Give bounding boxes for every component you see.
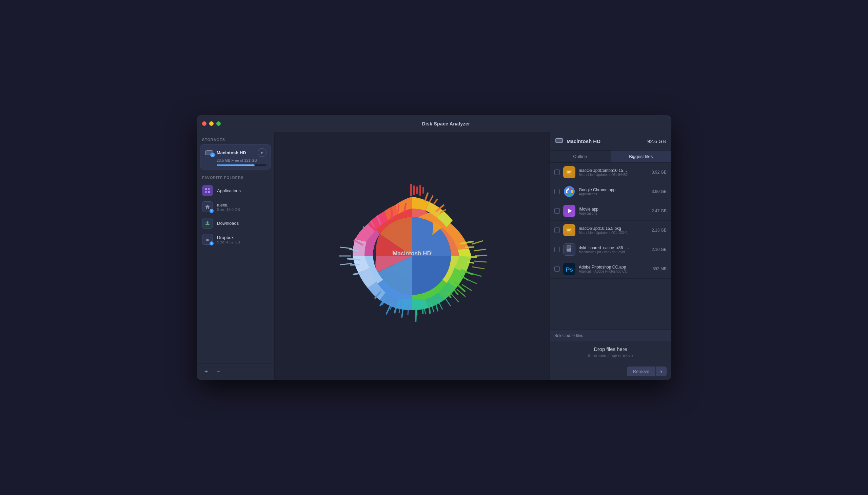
file-size-3: 2.13 GB — [652, 228, 667, 233]
svg-rect-15 — [429, 195, 434, 202]
svg-line-56 — [466, 279, 477, 284]
file-info-4: dyld_shared_cache_x86_… Macintosh › pri … — [579, 245, 648, 254]
file-icon-photoshop: Ps — [563, 263, 575, 275]
svg-line-53 — [474, 261, 487, 262]
drop-zone[interactable]: Drop files here to remove, copy or move — [550, 341, 671, 363]
file-item-0[interactable]: macOSUpdCombo10.15… Mac › Lib › Updates … — [550, 163, 671, 182]
sidebar-item-downloads[interactable]: Downloads — [197, 215, 274, 231]
right-panel-title-area: Macintosh HD — [555, 137, 600, 146]
right-panel-header: Macintosh HD 92.6 GB — [550, 132, 671, 151]
svg-line-54 — [472, 267, 484, 269]
file-info-3: macOSUpd10.15.5.pkg Mac › Lib › Updates … — [579, 226, 648, 235]
svg-rect-11 — [416, 186, 418, 194]
file-size-5: 892 MB — [653, 267, 667, 271]
svg-rect-2 — [206, 150, 212, 151]
right-panel: Macintosh HD 92.6 GB Outline Biggest fil… — [549, 132, 671, 380]
svg-rect-77 — [567, 171, 571, 172]
file-name-0: macOSUpdCombo10.15… — [579, 168, 648, 173]
file-checkbox-5[interactable] — [555, 266, 560, 272]
storages-label: Storages — [197, 132, 274, 144]
storage-macintosh-hd[interactable]: ✓ Macintosh HD ▶ 28.5 GB Free of 121 GB — [200, 144, 271, 170]
file-size-2: 2.47 GB — [652, 208, 667, 213]
file-path-3: Mac › Lib › Updates › 001-12341 — [579, 231, 648, 235]
file-item-2[interactable]: iMovie.app Applications 2.47 GB — [550, 201, 671, 221]
file-checkbox-3[interactable] — [555, 227, 560, 233]
svg-line-70 — [340, 263, 352, 265]
alexa-text: alexa Size: 18.0 GB — [217, 202, 240, 211]
svg-rect-12 — [420, 185, 421, 195]
close-button[interactable] — [202, 121, 206, 126]
svg-line-50 — [472, 241, 483, 244]
remove-button[interactable]: Remove — [627, 366, 656, 376]
svg-rect-14 — [424, 192, 429, 202]
drop-zone-subtitle: to remove, copy or move — [555, 353, 667, 358]
window-title: Disk Space Analyzer — [226, 121, 666, 126]
file-info-1: Google Chrome.app Applications — [579, 187, 648, 196]
file-checkbox-1[interactable] — [555, 189, 560, 194]
sidebar-item-alexa[interactable]: ✓ alexa Size: 18.0 GB — [197, 199, 274, 215]
file-name-4: dyld_shared_cache_x86_… — [579, 245, 648, 250]
disk-icon: ✓ — [204, 149, 214, 156]
dropbox-name: Dropbox — [217, 235, 240, 240]
file-item-5[interactable]: Ps Adobe Photoshop CC.app Applicati › Ad… — [550, 259, 671, 279]
tab-biggest-files[interactable]: Biggest files — [611, 151, 672, 163]
chart-area: Macintosh HD — [275, 132, 549, 380]
alexa-name: alexa — [217, 202, 240, 207]
right-panel-footer: Selected: 0 files Drop files here to rem… — [550, 329, 671, 380]
file-info-5: Adobe Photoshop CC.app Applicati › Adobe… — [579, 265, 649, 273]
dropbox-text: Dropbox Size: 4.52 GB — [217, 235, 240, 244]
file-list: macOSUpdCombo10.15… Mac › Lib › Updates … — [550, 163, 671, 329]
file-name-5: Adobe Photoshop CC.app — [579, 265, 649, 270]
checkmark-badge: ✓ — [210, 153, 215, 157]
app-window: Disk Space Analyzer Storages ✓ — [197, 115, 671, 380]
svg-rect-3 — [205, 188, 207, 190]
file-item-4[interactable]: dyld_shared_cache_x86_… Macintosh › pri … — [550, 240, 671, 259]
storage-header: ✓ Macintosh HD ▶ — [204, 148, 267, 157]
titlebar: Disk Space Analyzer — [197, 115, 671, 132]
file-name-1: Google Chrome.app — [579, 187, 648, 192]
svg-rect-89 — [567, 249, 569, 249]
sidebar-item-dropbox[interactable]: ✓ Dropbox Size: 4.52 GB — [197, 231, 274, 248]
svg-rect-10 — [413, 186, 415, 195]
remove-folder-button[interactable]: − — [214, 368, 222, 376]
file-icon-pkg-0 — [563, 166, 575, 178]
sidebar-item-applications[interactable]: Applications — [197, 183, 274, 199]
file-checkbox-4[interactable] — [555, 247, 560, 252]
add-folder-button[interactable]: + — [202, 368, 210, 376]
svg-rect-87 — [567, 246, 571, 247]
svg-rect-88 — [567, 248, 571, 248]
drop-zone-title: Drop files here — [555, 346, 667, 352]
svg-line-65 — [408, 304, 409, 314]
file-path-5: Applicati › Adobe Photoshop CC — [579, 270, 649, 273]
svg-rect-6 — [208, 191, 210, 193]
main-content: Storages ✓ Macintosh HD — [197, 132, 671, 380]
file-icon-chrome — [563, 186, 575, 198]
scan-button[interactable]: ▶ — [258, 148, 267, 157]
sidebar-bottom: + − — [197, 363, 274, 380]
file-icon-imovie — [563, 205, 575, 217]
remove-row: Remove ▼ — [550, 363, 671, 380]
svg-rect-5 — [205, 191, 207, 193]
svg-rect-13 — [423, 187, 424, 193]
svg-rect-16 — [433, 199, 438, 204]
file-item-1[interactable]: Google Chrome.app Applications 3.90 GB — [550, 182, 671, 201]
svg-line-51 — [474, 249, 486, 251]
tab-outline[interactable]: Outline — [550, 151, 611, 163]
svg-rect-74 — [556, 139, 562, 142]
right-disk-name: Macintosh HD — [566, 138, 600, 144]
svg-rect-75 — [557, 138, 561, 139]
sunburst-chart[interactable]: Macintosh HD — [324, 168, 500, 344]
remove-dropdown-button[interactable]: ▼ — [656, 366, 667, 376]
svg-rect-30 — [422, 307, 424, 314]
svg-rect-7 — [205, 224, 209, 225]
storage-progress-bar — [217, 165, 267, 166]
file-checkbox-2[interactable] — [555, 208, 560, 214]
maximize-button[interactable] — [216, 121, 221, 126]
file-checkbox-0[interactable] — [555, 170, 560, 175]
minimize-button[interactable] — [209, 121, 214, 126]
downloads-name: Downloads — [217, 221, 239, 226]
chart-label: Macintosh HD — [393, 250, 431, 257]
favorites-label: Favorite Folders — [197, 171, 274, 183]
selected-status: Selected: 0 files — [550, 330, 671, 341]
file-item-3[interactable]: macOSUpd10.15.5.pkg Mac › Lib › Updates … — [550, 221, 671, 240]
